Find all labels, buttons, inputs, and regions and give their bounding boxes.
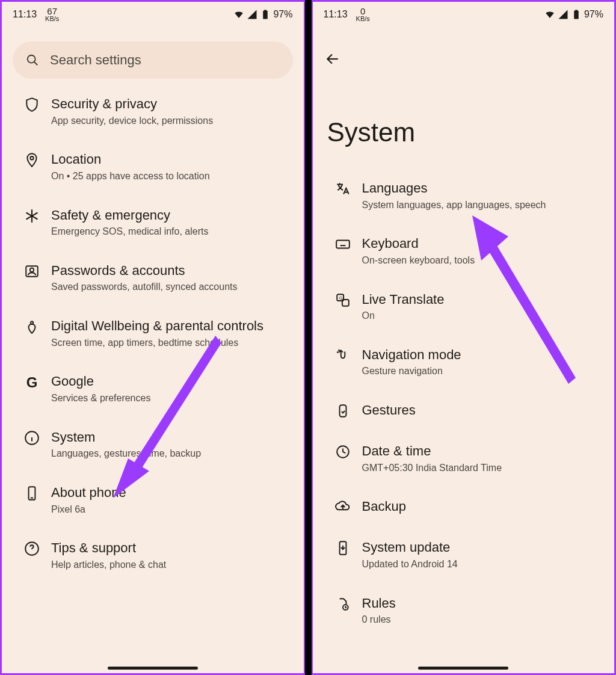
- svg-point-25: [338, 350, 339, 351]
- signal-icon: [558, 9, 568, 20]
- row-sub: System languages, app languages, speech: [362, 199, 599, 212]
- row-languages[interactable]: LanguagesSystem languages, app languages…: [313, 168, 615, 223]
- help-icon: [24, 541, 40, 556]
- row-navigation-mode[interactable]: Navigation modeGesture navigation: [313, 334, 615, 390]
- pin-icon: [24, 152, 40, 168]
- battery-icon: [260, 9, 271, 20]
- row-google[interactable]: G GoogleServices & preferences: [2, 361, 304, 416]
- status-bar: 11:13 0 KB/s 97%: [313, 2, 615, 27]
- system-settings-screen: 11:13 0 KB/s 97% System LanguagesSystem …: [312, 0, 617, 675]
- row-keyboard[interactable]: KeyboardOn-screen keyboard, tools: [313, 223, 615, 279]
- row-title: Date & time: [362, 443, 599, 460]
- battery-percent: 97%: [584, 9, 603, 20]
- account-icon: [24, 264, 40, 279]
- row-safety-emergency[interactable]: Safety & emergencyEmergency SOS, medical…: [2, 195, 304, 250]
- settings-main-screen: 11:13 67 KB/s 97% Search settings Securi…: [0, 0, 305, 675]
- update-icon: [335, 540, 351, 556]
- netspeed-indicator: 0 KB/s: [356, 7, 370, 22]
- svg-rect-27: [339, 405, 346, 417]
- row-title: Backup: [362, 498, 599, 515]
- keyboard-icon: [335, 236, 351, 252]
- row-tips-support[interactable]: Tips & supportHelp articles, phone & cha…: [2, 528, 304, 583]
- svg-point-26: [337, 352, 337, 353]
- gestures-icon: [335, 403, 351, 419]
- row-sub: Gesture navigation: [362, 365, 599, 378]
- phone-icon: [24, 485, 40, 501]
- wifi-icon: [233, 9, 244, 20]
- row-sub: On: [362, 310, 599, 322]
- row-date-time[interactable]: Date & timeGMT+05:30 India Standard Time: [313, 431, 615, 486]
- row-title: Passwords & accounts: [51, 262, 288, 279]
- row-sub: On-screen keyboard, tools: [362, 254, 599, 267]
- row-sub: On • 25 apps have access to location: [51, 170, 288, 183]
- row-title: Navigation mode: [362, 347, 599, 363]
- row-system[interactable]: SystemLanguages, gestures, time, backup: [2, 417, 304, 472]
- arrow-back-icon: [325, 51, 340, 67]
- row-title: Live Translate: [362, 291, 599, 308]
- navigation-handle[interactable]: [418, 667, 508, 670]
- navigation-handle[interactable]: [108, 667, 198, 670]
- info-icon: [24, 430, 40, 446]
- search-placeholder: Search settings: [50, 52, 141, 68]
- row-backup[interactable]: Backup: [313, 486, 615, 527]
- svg-text:G: G: [339, 295, 342, 301]
- status-bar: 11:13 67 KB/s 97%: [2, 2, 304, 27]
- row-system-update[interactable]: System updateUpdated to Android 14: [313, 527, 615, 582]
- wifi-icon: [544, 9, 555, 20]
- row-security-privacy[interactable]: Security & privacyApp security, device l…: [2, 84, 304, 139]
- battery-percent: 97%: [273, 9, 292, 20]
- row-sub: Screen time, app timers, bedtime schedul…: [51, 337, 288, 350]
- row-title: System: [51, 429, 288, 446]
- row-location[interactable]: LocationOn • 25 apps have access to loca…: [2, 139, 304, 194]
- row-sub: App security, device lock, permissions: [51, 115, 288, 128]
- gtranslate-icon: G: [335, 292, 351, 308]
- row-live-translate[interactable]: G Live TranslateOn: [313, 279, 615, 334]
- svg-point-0: [28, 55, 35, 63]
- row-title: Safety & emergency: [51, 207, 288, 224]
- clock-icon: [335, 444, 351, 460]
- row-sub: Languages, gestures, time, backup: [51, 448, 288, 460]
- svg-rect-16: [336, 241, 350, 248]
- asterisk-icon: [24, 208, 40, 224]
- row-digital-wellbeing[interactable]: Digital Wellbeing & parental controlsScr…: [2, 306, 304, 361]
- navigation-icon: [335, 348, 351, 363]
- settings-list: Security & privacyApp security, device l…: [2, 81, 304, 673]
- signal-icon: [247, 9, 257, 20]
- row-sub: Emergency SOS, medical info, alerts: [51, 226, 288, 238]
- clock-text: 11:13: [13, 9, 37, 20]
- row-title: Languages: [362, 180, 599, 197]
- row-sub: 0 rules: [362, 614, 599, 626]
- search-icon: [26, 54, 39, 67]
- rules-icon: [335, 596, 351, 612]
- row-sub: Help articles, phone & chat: [51, 559, 288, 572]
- row-title: Google: [51, 373, 288, 390]
- row-title: About phone: [51, 484, 288, 501]
- status-icons: 97%: [233, 9, 292, 20]
- row-sub: Saved passwords, autofill, synced accoun…: [51, 281, 288, 294]
- row-title: System update: [362, 539, 599, 556]
- row-title: Digital Wellbeing & parental controls: [51, 318, 288, 334]
- row-gestures[interactable]: Gestures: [313, 390, 615, 431]
- shield-icon: [24, 97, 40, 112]
- clock-text: 11:13: [324, 9, 348, 20]
- wellbeing-icon: [24, 319, 40, 334]
- svg-point-4: [30, 268, 34, 272]
- google-icon: G: [26, 374, 38, 404]
- back-button[interactable]: [313, 27, 615, 69]
- backup-icon: [335, 499, 351, 515]
- row-sub: Services & preferences: [51, 392, 288, 405]
- row-passwords-accounts[interactable]: Passwords & accountsSaved passwords, aut…: [2, 250, 304, 306]
- row-title: Tips & support: [51, 540, 288, 556]
- row-title: Keyboard: [362, 235, 599, 252]
- page-title: System: [313, 69, 615, 165]
- search-settings[interactable]: Search settings: [13, 42, 293, 79]
- row-title: Security & privacy: [51, 96, 288, 112]
- row-sub: Pixel 6a: [51, 504, 288, 516]
- row-title: Rules: [362, 595, 599, 612]
- status-icons: 97%: [544, 9, 603, 20]
- row-sub: Updated to Android 14: [362, 558, 599, 571]
- row-rules[interactable]: Rules0 rules: [313, 583, 615, 638]
- row-about-phone[interactable]: About phonePixel 6a: [2, 472, 304, 528]
- system-list: LanguagesSystem languages, app languages…: [313, 165, 615, 673]
- svg-line-1: [34, 62, 38, 66]
